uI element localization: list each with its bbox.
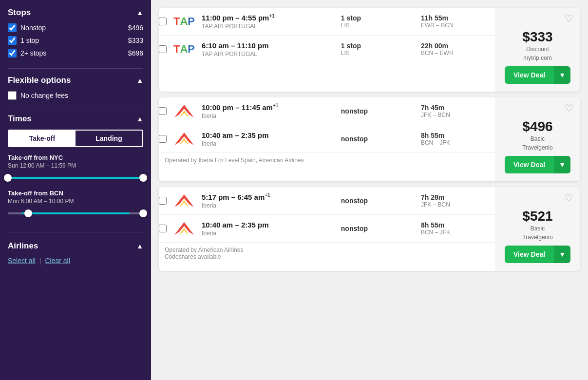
stops-via: LIS (341, 50, 415, 57)
stops-chevron-icon[interactable]: ▲ (136, 9, 143, 17)
flight-times-2-2: 10:40 am – 2:35 pm Iberia (202, 131, 335, 147)
duration-route: BCN – JFK (421, 139, 495, 146)
airlines-chevron-icon[interactable]: ▲ (136, 242, 143, 250)
flexible-chevron-icon[interactable]: ▲ (136, 76, 143, 84)
flight-row-3-2: 10:40 am – 2:35 pm Iberia nonstop 8h 55m… (159, 215, 495, 243)
stops-section: Stops ▲ Nonstop $496 1 stop $333 2+ stop… (8, 8, 143, 69)
flight-duration-2-1: 7h 45m JFK – BCN (421, 104, 495, 118)
flight-stops-3-2: nonstop (341, 225, 415, 232)
nonstop-checkbox[interactable] (8, 23, 17, 32)
takoff-tab[interactable]: Take-off (9, 131, 76, 146)
duration-label: 22h 00m (421, 42, 495, 50)
duration-route: JFK – BCN (421, 201, 495, 208)
times-chevron-icon[interactable]: ▲ (136, 115, 143, 123)
nyc-slider[interactable] (8, 173, 143, 183)
flight-stops-1-1: 1 stop LIS (341, 14, 415, 29)
stops-label: nonstop (341, 135, 415, 143)
nyc-slider-right-thumb[interactable] (139, 174, 147, 182)
operated-note-2: Operated by Iberia For Level Spain, Amer… (165, 153, 495, 166)
bcn-slider-left-thumb[interactable] (24, 209, 32, 217)
view-deal-button-1[interactable]: View Deal (505, 66, 554, 84)
times-header: Times ▲ (8, 114, 143, 124)
flight-airline-name: Iberia (202, 113, 335, 119)
duration-route: BCN – JFK (421, 229, 495, 236)
price-label-3: $521 (522, 209, 552, 224)
times-title: Times (8, 114, 32, 124)
flight-checkbox-1-1[interactable] (159, 18, 167, 25)
flight-duration-3-1: 7h 28m JFK – BCN (421, 193, 495, 208)
favorite-button-3[interactable]: ♡ (565, 193, 573, 203)
stops-label: nonstop (341, 197, 415, 205)
bcn-slider-right-thumb[interactable] (139, 209, 147, 217)
stops-label: 1 stop (341, 14, 415, 22)
view-deal-chevron-2[interactable]: ▼ (554, 156, 570, 173)
flight-card-right-1: ♡ $333 Discount mytrip.com View Deal ▼ (495, 8, 580, 92)
price-source2-3: Travelgenio (522, 234, 552, 241)
duration-label: 7h 28m (421, 193, 495, 201)
flight-time-value: 10:00 pm – 11:45 am+1 (202, 103, 335, 112)
flight-stops-1-2: 1 stop LIS (341, 42, 415, 57)
view-deal-container-1: View Deal ▼ (505, 66, 570, 84)
tap-logo: TAP (172, 13, 196, 30)
flight-card-1: TAP 11:00 pm – 4:55 pm+1 TAP AIR PORTUGA… (159, 8, 580, 92)
no-change-checkbox[interactable] (8, 91, 17, 100)
flight-time-value: 11:00 pm – 4:55 pm+1 (202, 13, 335, 22)
flexible-title: Flexible options (8, 76, 71, 85)
one-stop-row: 1 stop $333 (8, 36, 143, 45)
flight-airline-name: TAP AIR PORTUGAL (202, 51, 335, 57)
flight-checkbox-1-2[interactable] (159, 45, 167, 53)
flight-time-value: 10:40 am – 2:35 pm (202, 221, 335, 229)
duration-label: 11h 55m (421, 14, 495, 22)
nonstop-row: Nonstop $496 (8, 23, 143, 32)
nyc-slider-left-thumb[interactable] (4, 174, 12, 182)
flight-stops-2-2: nonstop (341, 135, 415, 143)
iberia-logo (172, 192, 196, 209)
operated-note-3: Operated by American AirlinesCodeshares … (165, 243, 495, 262)
nonstop-price: $496 (128, 24, 143, 32)
flight-times-3-2: 10:40 am – 2:35 pm Iberia (202, 221, 335, 237)
flight-time-value: 5:17 pm – 6:45 am+1 (202, 192, 335, 201)
flight-checkbox-3-1[interactable] (159, 197, 167, 205)
flight-duration-3-2: 8h 55m BCN – JFK (421, 221, 495, 236)
bcn-slider[interactable] (8, 209, 143, 218)
no-change-label: No change fees (20, 92, 68, 99)
takeoff-bcn-label: Take-off from BCN (8, 190, 143, 197)
view-deal-button-2[interactable]: View Deal (505, 156, 554, 173)
flexible-header: Flexible options ▲ (8, 76, 143, 85)
iberia-logo (172, 130, 196, 148)
two-plus-price: $696 (128, 49, 143, 57)
flight-duration-2-2: 8h 55m BCN – JFK (421, 132, 495, 146)
flight-row-2-2: 10:40 am – 2:35 pm Iberia nonstop 8h 55m… (159, 125, 495, 153)
favorite-button-1[interactable]: ♡ (565, 14, 573, 23)
flight-row-3-1: 5:17 pm – 6:45 am+1 Iberia nonstop 7h 28… (159, 187, 495, 215)
duration-label: 8h 55m (421, 221, 495, 229)
view-deal-button-3[interactable]: View Deal (505, 246, 554, 263)
takeoff-bcn-value: Mon 6:00 AM – 10:00 PM (8, 198, 143, 205)
duration-route: JFK – BCN (421, 112, 495, 118)
flight-times-3-1: 5:17 pm – 6:45 am+1 Iberia (202, 192, 335, 209)
flight-time-value: 6:10 am – 11:10 pm (202, 41, 335, 50)
two-plus-checkbox[interactable] (8, 49, 17, 57)
select-all-button[interactable]: Select all (8, 257, 36, 265)
price-source-1: Discount (526, 46, 549, 53)
price-source-2: Basic (531, 135, 545, 142)
flight-airline-name: TAP AIR PORTUGAL (202, 23, 335, 30)
clear-all-button[interactable]: Clear all (45, 257, 70, 265)
view-deal-chevron-3[interactable]: ▼ (554, 246, 570, 263)
flight-checkbox-2-2[interactable] (159, 135, 167, 143)
flight-airline-name: Iberia (202, 140, 335, 147)
landing-tab[interactable]: Landing (76, 131, 142, 146)
flight-checkbox-3-2[interactable] (159, 225, 167, 232)
flight-row-1-2: TAP 6:10 am – 11:10 pm TAP AIR PORTUGAL … (159, 36, 495, 63)
one-stop-checkbox[interactable] (8, 36, 17, 45)
flight-times-1-2: 6:10 am – 11:10 pm TAP AIR PORTUGAL (202, 41, 335, 57)
flight-times-1-1: 11:00 pm – 4:55 pm+1 TAP AIR PORTUGAL (202, 13, 335, 30)
flight-rows-2: 10:00 pm – 11:45 am+1 Iberia nonstop 7h … (159, 97, 495, 181)
favorite-button-2[interactable]: ♡ (565, 103, 573, 113)
flight-checkbox-2-1[interactable] (159, 107, 167, 115)
flight-card-2: 10:00 pm – 11:45 am+1 Iberia nonstop 7h … (159, 97, 580, 181)
view-deal-chevron-1[interactable]: ▼ (554, 66, 570, 84)
price-label-1: $333 (522, 29, 552, 45)
view-deal-container-2: View Deal ▼ (505, 156, 570, 173)
flight-row-2-1: 10:00 pm – 11:45 am+1 Iberia nonstop 7h … (159, 97, 495, 125)
